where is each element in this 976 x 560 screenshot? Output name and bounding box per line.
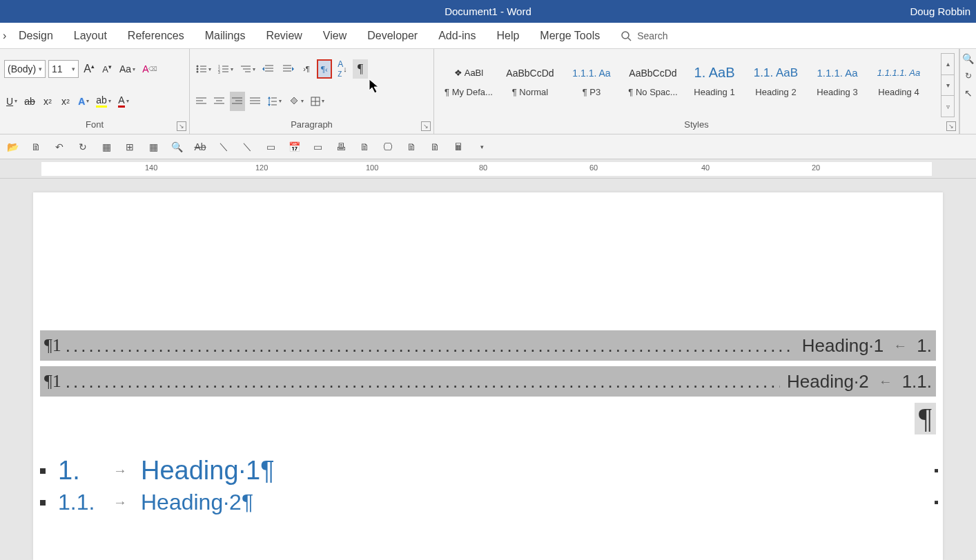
select-icon[interactable]: ↖ — [964, 88, 973, 99]
qat-line2-icon[interactable]: ＼ — [239, 139, 255, 155]
style-my-default[interactable]: ❖ AaBl¶ My Defa... — [438, 53, 499, 107]
svg-point-6 — [197, 71, 199, 73]
qat-doc-icon[interactable]: 🗎 — [356, 139, 373, 155]
qat-form-icon[interactable]: ▭ — [309, 139, 326, 155]
qat-date-icon[interactable]: 📅 — [286, 139, 302, 155]
styles-gallery[interactable]: ❖ AaBl¶ My Defa... AaBbCcDd¶ Normal 1.1.… — [438, 53, 941, 107]
superscript-button[interactable]: x2 — [58, 92, 73, 111]
paragraph-mark: ¶ — [915, 403, 936, 434]
find-icon[interactable]: 🔍 — [962, 53, 974, 64]
tab-design[interactable]: Design — [8, 23, 64, 48]
multilevel-list-button[interactable] — [238, 59, 257, 79]
heading-1-line[interactable]: 1. → Heading·1¶ ▪ — [40, 456, 936, 486]
underline-button[interactable]: U — [4, 92, 19, 111]
toc-entry-1[interactable]: ¶1 .....................................… — [40, 330, 936, 361]
shrink-font-button[interactable]: A▾ — [99, 59, 115, 79]
heading-2-line[interactable]: 1.1. → Heading·2¶ ▪ — [40, 490, 936, 515]
font-name-combo[interactable]: (Body) — [4, 60, 46, 78]
text-effects-button[interactable]: A — [76, 92, 91, 111]
heading-number: 1. — [58, 456, 99, 486]
qat-page-icon[interactable]: 🗎 — [403, 139, 420, 155]
bullet-icon — [40, 468, 46, 474]
document-area[interactable]: ¶1 .....................................… — [0, 179, 976, 560]
style-heading-3[interactable]: 1.1.1. AaHeading 3 — [807, 53, 868, 107]
style-heading-2[interactable]: 1.1. AaBHeading 2 — [745, 53, 806, 107]
tab-view[interactable]: View — [313, 23, 357, 48]
svg-marker-20 — [262, 67, 264, 71]
ruler-tick: 40 — [701, 163, 710, 172]
document-title: Document1 - Word — [445, 6, 531, 17]
highlight-color-button[interactable]: ab — [94, 92, 113, 111]
paragraph-dialog-launcher[interactable]: ↘ — [421, 121, 431, 131]
borders-button[interactable] — [309, 92, 326, 111]
replace-icon[interactable]: ↻ — [965, 71, 972, 81]
qat-line-icon[interactable]: ＼ — [215, 139, 232, 155]
tab-review[interactable]: Review — [255, 23, 312, 48]
qat-table-button[interactable]: ▦ — [145, 139, 162, 155]
tab-merge-tools[interactable]: Merge Tools — [529, 23, 610, 48]
align-right-button[interactable] — [230, 92, 245, 111]
qat-undo-button[interactable]: ↶ — [51, 139, 68, 155]
svg-marker-46 — [369, 79, 378, 93]
qat-zoom-icon[interactable]: 🔍 — [168, 139, 185, 155]
styles-dialog-launcher[interactable]: ↘ — [946, 121, 956, 131]
rtl-direction-button[interactable]: ¶‹ — [317, 59, 332, 79]
styles-scroll-up[interactable]: ▴ — [941, 54, 954, 75]
grow-font-button[interactable]: A▴ — [81, 59, 97, 79]
shading-button[interactable] — [286, 92, 306, 111]
qat-new-icon[interactable]: 🗎 — [28, 139, 44, 155]
tab-developer[interactable]: Developer — [357, 23, 428, 48]
heading-text: Heading·1¶ — [141, 456, 275, 486]
qat-page2-icon[interactable]: 🗎 — [427, 139, 443, 155]
align-left-button[interactable] — [194, 92, 209, 111]
change-case-button[interactable]: Aa — [117, 59, 137, 79]
search-icon — [621, 30, 632, 41]
numbering-button[interactable]: 123 — [216, 59, 235, 79]
increase-indent-button[interactable] — [280, 59, 296, 79]
font-size-value: 11 — [52, 63, 63, 74]
qat-shape-button[interactable]: ▭ — [262, 139, 279, 155]
qat-calc-button[interactable]: 🖩 — [450, 139, 467, 155]
user-name[interactable]: Doug Robbin — [910, 6, 970, 17]
align-center-button[interactable] — [212, 92, 227, 111]
font-size-combo[interactable]: 11 — [48, 60, 79, 78]
tab-cut-left[interactable]: › — [0, 23, 8, 48]
bullets-button[interactable] — [194, 59, 213, 79]
qat-redo-button[interactable]: ↻ — [75, 139, 91, 155]
page[interactable]: ¶1 .....................................… — [33, 192, 943, 560]
styles-expand[interactable]: ▿ — [941, 96, 954, 117]
font-color-button[interactable]: A — [116, 92, 131, 111]
clear-formatting-button[interactable]: A⌫ — [140, 59, 159, 79]
qat-open-icon[interactable]: 📂 — [4, 139, 21, 155]
show-hide-marks-button[interactable]: ¶ — [353, 59, 368, 79]
line-spacing-button[interactable] — [266, 92, 284, 111]
style-no-spacing[interactable]: AaBbCcDd¶ No Spac... — [623, 53, 683, 107]
decrease-indent-button[interactable] — [260, 59, 277, 79]
style-heading-4[interactable]: 1.1.1.1. AaHeading 4 — [868, 53, 929, 107]
tab-layout[interactable]: Layout — [64, 23, 117, 48]
qat-print-icon[interactable]: 🖶 — [333, 139, 349, 155]
qat-customize-button[interactable]: ▾ — [474, 139, 490, 155]
toc-entry-2[interactable]: ¶1 .....................................… — [40, 366, 936, 397]
tab-help[interactable]: Help — [486, 23, 529, 48]
tab-references[interactable]: References — [117, 23, 195, 48]
qat-macros-icon[interactable]: ▦ — [98, 139, 115, 155]
subscript-button[interactable]: x2 — [40, 92, 55, 111]
qat-orgchart-icon[interactable]: ⊞ — [121, 139, 138, 155]
strikethrough-button[interactable]: ab — [22, 92, 37, 111]
ltr-direction-button[interactable]: ›¶ — [299, 59, 314, 79]
style-p3[interactable]: 1.1.1. Aa¶ P3 — [561, 53, 622, 107]
horizontal-ruler[interactable]: 140 120 100 80 60 40 20 — [0, 159, 976, 179]
styles-scroll-down[interactable]: ▾ — [941, 75, 954, 97]
qat-strikethrough-icon[interactable]: Ab — [192, 139, 208, 155]
tell-me-search[interactable]: Search — [621, 30, 667, 41]
sort-button[interactable]: AZ↓ — [335, 59, 350, 79]
style-normal[interactable]: AaBbCcDd¶ Normal — [500, 53, 560, 107]
group-font: (Body) 11 A▴ A▾ Aa A⌫ U ab x2 x2 A ab A … — [0, 49, 190, 134]
style-heading-1[interactable]: 1. AaBHeading 1 — [684, 53, 745, 107]
justify-button[interactable] — [248, 92, 263, 111]
tab-addins[interactable]: Add-ins — [428, 23, 486, 48]
font-dialog-launcher[interactable]: ↘ — [177, 121, 186, 131]
qat-screen-icon[interactable]: 🖵 — [380, 139, 396, 155]
tab-mailings[interactable]: Mailings — [195, 23, 256, 48]
